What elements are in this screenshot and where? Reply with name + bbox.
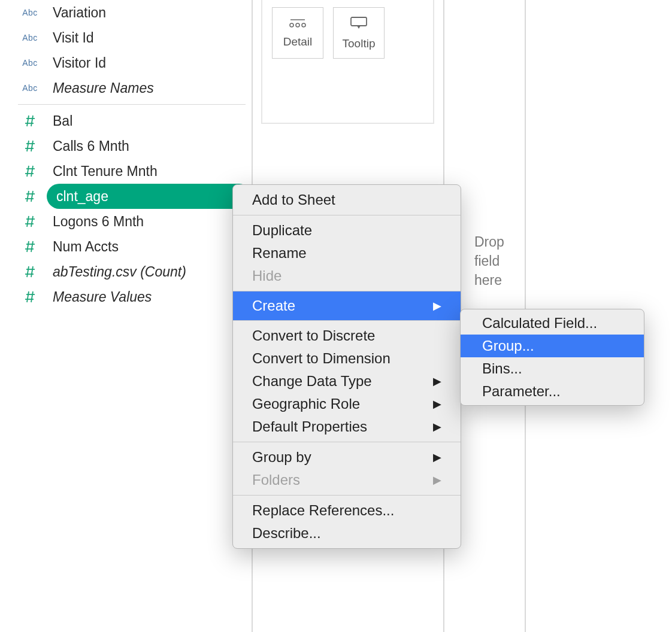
svg-line-27 xyxy=(31,266,33,277)
abc-icon: Abc xyxy=(18,83,42,93)
menu-create[interactable]: Create ▶ xyxy=(233,291,461,320)
detail-label: Detail xyxy=(283,35,313,48)
number-icon xyxy=(18,215,42,227)
dimension-field[interactable]: Abc Variation xyxy=(18,0,246,25)
abc-icon: Abc xyxy=(18,33,42,42)
field-label: Variation xyxy=(53,5,106,21)
measure-field[interactable]: Clnt Tenure Mnth xyxy=(18,159,246,184)
submenu-bins[interactable]: Bins... xyxy=(461,357,644,380)
field-label: Clnt Tenure Mnth xyxy=(53,163,158,180)
menu-duplicate[interactable]: Duplicate xyxy=(233,219,461,242)
tooltip-icon xyxy=(350,16,368,32)
dimension-field[interactable]: Abc Visitor Id xyxy=(18,50,246,75)
submenu-arrow-icon: ▶ xyxy=(433,420,441,433)
submenu-arrow-icon: ▶ xyxy=(433,375,441,388)
menu-geographic-role[interactable]: Geographic Role ▶ xyxy=(233,393,461,415)
svg-line-11 xyxy=(31,166,33,177)
measure-field[interactable]: Bal xyxy=(18,108,246,133)
measure-field[interactable]: abTesting.csv (Count) xyxy=(18,259,246,284)
tooltip-label: Tooltip xyxy=(343,37,376,50)
selected-pill[interactable]: clnt_age xyxy=(47,184,252,209)
menu-folders: Folders ▶ xyxy=(233,469,461,491)
field-label: abTesting.csv (Count) xyxy=(53,264,186,280)
svg-line-31 xyxy=(31,291,33,302)
data-pane: Abc Variation Abc Visit Id Abc Visitor I… xyxy=(18,0,246,309)
menu-add-to-sheet[interactable]: Add to Sheet xyxy=(233,189,461,211)
svg-line-6 xyxy=(27,141,29,151)
svg-line-23 xyxy=(31,241,33,252)
field-label: Bal xyxy=(53,113,72,129)
svg-line-3 xyxy=(31,116,33,126)
marks-card-container: Detail Tooltip xyxy=(261,0,434,124)
field-label: Measure Values xyxy=(53,289,152,305)
submenu-group[interactable]: Group... xyxy=(461,335,644,357)
number-icon xyxy=(18,266,42,278)
detail-card[interactable]: Detail xyxy=(272,7,323,59)
menu-rename[interactable]: Rename xyxy=(233,242,461,265)
number-icon xyxy=(18,140,42,152)
abc-icon: Abc xyxy=(18,58,42,68)
drop-field-hint: Drop field here xyxy=(474,232,528,290)
svg-line-26 xyxy=(27,266,29,277)
dimension-field[interactable]: Abc Visit Id xyxy=(18,25,246,50)
svg-line-2 xyxy=(27,116,29,126)
field-label: clnt_age xyxy=(56,189,108,205)
field-label: Num Accts xyxy=(53,239,119,255)
dimension-field[interactable]: Abc Measure Names xyxy=(18,75,246,101)
field-label: Visitor Id xyxy=(53,55,106,71)
number-icon xyxy=(18,190,42,202)
submenu-arrow-icon: ▶ xyxy=(433,473,441,487)
number-icon xyxy=(18,115,42,127)
menu-convert-dimension[interactable]: Convert to Dimension xyxy=(233,347,461,370)
svg-point-32 xyxy=(290,23,293,27)
measure-field[interactable]: Measure Values xyxy=(18,284,246,309)
submenu-arrow-icon: ▶ xyxy=(433,299,441,312)
number-icon xyxy=(18,291,42,303)
field-label: Visit Id xyxy=(53,30,94,46)
menu-change-datatype[interactable]: Change Data Type ▶ xyxy=(233,370,461,393)
field-label: Calls 6 Mnth xyxy=(53,138,129,154)
submenu-arrow-icon: ▶ xyxy=(433,397,441,411)
svg-line-19 xyxy=(31,216,33,227)
number-icon xyxy=(18,165,42,177)
svg-point-33 xyxy=(296,23,299,27)
svg-point-34 xyxy=(302,23,305,27)
field-divider xyxy=(18,104,246,105)
number-icon xyxy=(18,241,42,253)
submenu-parameter[interactable]: Parameter... xyxy=(461,380,644,403)
field-label: Measure Names xyxy=(53,80,154,96)
tooltip-card[interactable]: Tooltip xyxy=(333,7,385,59)
create-submenu: Calculated Field... Group... Bins... Par… xyxy=(460,309,644,406)
svg-line-15 xyxy=(31,191,33,202)
submenu-arrow-icon: ▶ xyxy=(433,451,441,464)
detail-icon xyxy=(289,17,306,31)
svg-line-30 xyxy=(27,291,29,302)
menu-replace-references[interactable]: Replace References... xyxy=(233,499,461,522)
menu-hide: Hide xyxy=(233,265,461,287)
svg-line-7 xyxy=(31,141,33,151)
svg-rect-36 xyxy=(351,17,367,26)
submenu-calculated-field[interactable]: Calculated Field... xyxy=(461,312,644,335)
measure-field[interactable]: Logons 6 Mnth xyxy=(18,209,246,234)
abc-icon: Abc xyxy=(18,8,42,17)
field-label: Logons 6 Mnth xyxy=(53,214,144,230)
menu-group-by[interactable]: Group by ▶ xyxy=(233,446,461,469)
svg-line-14 xyxy=(27,191,29,202)
measure-field[interactable]: Calls 6 Mnth xyxy=(18,133,246,159)
svg-line-10 xyxy=(27,166,29,177)
measure-field[interactable]: Num Accts xyxy=(18,234,246,259)
menu-convert-discrete[interactable]: Convert to Discrete xyxy=(233,324,461,347)
menu-describe[interactable]: Describe... xyxy=(233,522,461,545)
measure-field-selected[interactable]: clnt_age xyxy=(18,184,246,209)
context-menu: Add to Sheet Duplicate Rename Hide Creat… xyxy=(232,184,461,549)
svg-line-22 xyxy=(27,241,29,252)
menu-default-properties[interactable]: Default Properties ▶ xyxy=(233,415,461,438)
svg-line-18 xyxy=(27,216,29,227)
